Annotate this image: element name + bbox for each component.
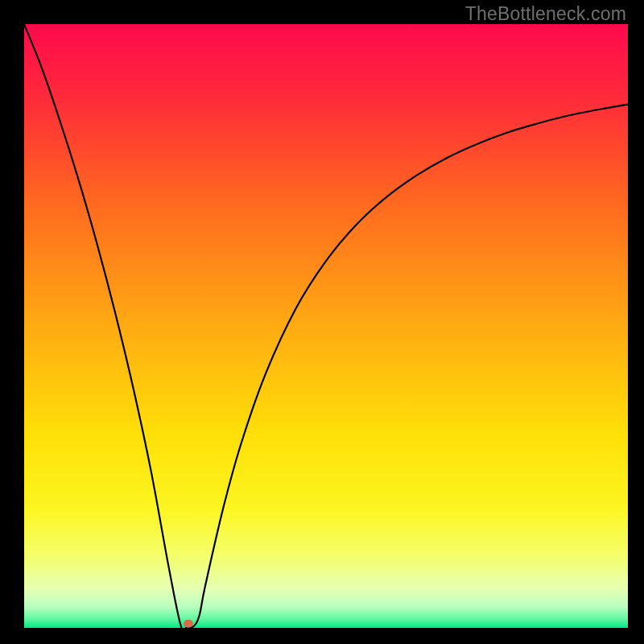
plot-background (24, 24, 628, 628)
gradient-fill (24, 24, 628, 628)
plot-area (24, 24, 628, 628)
watermark-text: TheBottleneck.com (465, 3, 626, 25)
chart-frame: TheBottleneck.com (0, 0, 644, 644)
